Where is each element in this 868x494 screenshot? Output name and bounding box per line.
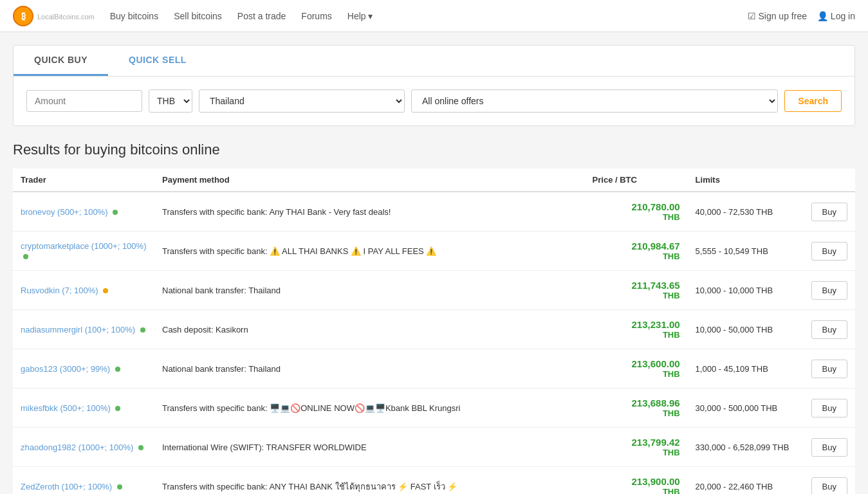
action-cell: Buy — [804, 467, 855, 495]
trader-cell: bronevoy (500+; 100%) — [13, 192, 154, 232]
limits-cell: 20,000 - 22,460 THB — [688, 467, 804, 495]
nav-post-trade[interactable]: Post a trade — [237, 11, 286, 21]
payment-cell: Transfers with specific bank: ⚠️ ALL THA… — [154, 232, 585, 271]
trader-cell: nadiasummergirl (100+; 100%) — [13, 310, 154, 349]
payment-cell: Transfers with specific bank: Any THAI B… — [154, 192, 585, 232]
buy-button[interactable]: Buy — [811, 203, 847, 221]
limits-cell: 40,000 - 72,530 THB — [688, 192, 804, 232]
price-value: 210,780.00 — [632, 201, 680, 212]
nav-sell-bitcoins[interactable]: Sell bitcoins — [174, 11, 222, 21]
limits-cell: 30,000 - 500,000 THB — [688, 389, 804, 428]
price-cell: 211,743.65 THB — [585, 271, 688, 310]
buy-button[interactable]: Buy — [811, 281, 847, 300]
main-content: QUICK BUY QUICK SELL THB USD EUR Thailan… — [0, 32, 868, 494]
buy-button[interactable]: Buy — [811, 438, 847, 457]
buy-button[interactable]: Buy — [811, 242, 847, 261]
trader-link[interactable]: mikesfbkk (500+; 100%) — [21, 403, 111, 413]
online-status-dot — [138, 445, 143, 450]
price-value: 211,743.65 — [632, 280, 680, 291]
price-value: 210,984.67 — [632, 241, 680, 252]
online-status-dot — [23, 254, 28, 259]
payment-cell: International Wire (SWIFT): TRANSFER WOR… — [154, 428, 585, 467]
action-cell: Buy — [804, 192, 855, 232]
limits-cell: 10,000 - 50,000 THB — [688, 310, 804, 349]
action-cell: Buy — [804, 428, 855, 467]
col-header-action — [804, 169, 855, 192]
table-row: gabos123 (3000+; 99%) National bank tran… — [13, 349, 855, 389]
limits-cell: 10,000 - 10,000 THB — [688, 271, 804, 310]
logo[interactable]: ₿ LocalBitcoins.com — [13, 6, 95, 26]
tab-quick-buy[interactable]: QUICK BUY — [14, 46, 108, 76]
price-cell: 213,900.00 THB — [585, 467, 688, 495]
trader-cell: mikesfbkk (500+; 100%) — [13, 389, 154, 428]
action-cell: Buy — [804, 349, 855, 389]
table-row: nadiasummergirl (100+; 100%) Cash deposi… — [13, 310, 855, 349]
online-status-dot — [140, 327, 145, 333]
price-cell: 213,688.96 THB — [585, 389, 688, 428]
payment-cell: National bank transfer: Thailand — [154, 349, 585, 389]
currency-select[interactable]: THB USD EUR — [149, 89, 192, 113]
buy-button[interactable]: Buy — [811, 320, 847, 339]
logo-icon: ₿ — [13, 6, 33, 26]
buy-button[interactable]: Buy — [811, 399, 847, 417]
search-card: QUICK BUY QUICK SELL THB USD EUR Thailan… — [13, 45, 855, 126]
action-cell: Buy — [804, 310, 855, 349]
nav-buy-bitcoins[interactable]: Buy bitcoins — [110, 11, 158, 21]
signup-link[interactable]: ☑ Sign up free — [748, 11, 807, 21]
online-status-dot — [113, 210, 118, 215]
price-currency: THB — [663, 487, 680, 494]
trader-link[interactable]: gabos123 (3000+; 99%) — [21, 364, 110, 374]
price-currency: THB — [663, 252, 680, 261]
navbar: ₿ LocalBitcoins.com Buy bitcoins Sell bi… — [0, 0, 868, 32]
col-header-payment: Payment method — [154, 169, 585, 192]
online-status-dot — [117, 484, 122, 489]
search-form: THB USD EUR Thailand United States Germa… — [14, 77, 854, 125]
offers-select[interactable]: All online offers National bank transfer… — [411, 89, 778, 113]
price-value: 213,900.00 — [632, 476, 680, 487]
price-value: 213,231.00 — [632, 319, 680, 330]
amount-input[interactable] — [26, 90, 142, 112]
action-cell: Buy — [804, 389, 855, 428]
trader-link[interactable]: zhaodong1982 (1000+; 100%) — [21, 443, 133, 452]
price-value: 213,600.00 — [632, 358, 680, 369]
trader-link[interactable]: nadiasummergirl (100+; 100%) — [21, 325, 135, 334]
results-table: Trader Payment method Price / BTC Limits… — [13, 169, 855, 494]
col-header-price: Price / BTC — [585, 169, 688, 192]
country-select[interactable]: Thailand United States Germany — [199, 89, 405, 113]
trader-link[interactable]: Rusvodkin (7; 100%) — [21, 286, 98, 295]
tab-quick-sell[interactable]: QUICK SELL — [108, 46, 207, 76]
buy-button[interactable]: Buy — [811, 360, 847, 378]
trader-cell: zhaodong1982 (1000+; 100%) — [13, 428, 154, 467]
price-cell: 213,799.42 THB — [585, 428, 688, 467]
table-row: Rusvodkin (7; 100%) National bank transf… — [13, 271, 855, 310]
price-cell: 210,984.67 THB — [585, 232, 688, 271]
online-status-dot — [103, 288, 108, 293]
online-status-dot — [115, 406, 120, 411]
search-button[interactable]: Search — [784, 90, 842, 112]
price-value: 213,799.42 — [632, 437, 680, 448]
trader-cell: Rusvodkin (7; 100%) — [13, 271, 154, 310]
navbar-left: ₿ LocalBitcoins.com Buy bitcoins Sell bi… — [13, 6, 373, 26]
trader-link[interactable]: cryptomarketplace (1000+; 100%) — [21, 241, 146, 251]
buy-button[interactable]: Buy — [811, 477, 847, 495]
nav-forums[interactable]: Forums — [301, 11, 331, 21]
col-header-limits: Limits — [688, 169, 804, 192]
col-header-trader: Trader — [13, 169, 154, 192]
price-currency: THB — [663, 369, 680, 379]
payment-cell: Cash deposit: Kasikorn — [154, 310, 585, 349]
trader-link[interactable]: bronevoy (500+; 100%) — [21, 207, 108, 217]
nav-help[interactable]: Help ▾ — [347, 11, 373, 21]
payment-cell: National bank transfer: Thailand — [154, 271, 585, 310]
online-status-dot — [115, 367, 120, 372]
payment-cell: Transfers with specific bank: 🖥️💻🚫ONLINE… — [154, 389, 585, 428]
login-link[interactable]: 👤 Log in — [817, 11, 855, 21]
trader-cell: cryptomarketplace (1000+; 100%) — [13, 232, 154, 271]
price-cell: 210,780.00 THB — [585, 192, 688, 232]
price-currency: THB — [663, 448, 680, 457]
action-cell: Buy — [804, 271, 855, 310]
trader-link[interactable]: ZedZeroth (100+; 100%) — [21, 482, 112, 491]
price-currency: THB — [663, 330, 680, 340]
table-row: ZedZeroth (100+; 100%) Transfers with sp… — [13, 467, 855, 495]
table-row: cryptomarketplace (1000+; 100%) Transfer… — [13, 232, 855, 271]
limits-cell: 1,000 - 45,109 THB — [688, 349, 804, 389]
